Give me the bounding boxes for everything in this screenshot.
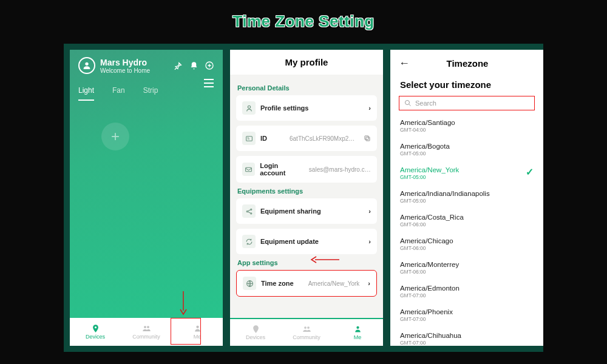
svg-point-13 [250,209,251,210]
timezone-name: America/New_York [400,166,534,174]
nav-me-label: Me [354,334,362,340]
timezone-item[interactable]: America/PhoenixGMT-07:00 [400,303,534,327]
add-device-button[interactable]: + [101,123,129,150]
avatar[interactable] [78,57,95,74]
nav-me[interactable]: Me [332,319,383,346]
timezone-list[interactable]: America/SantiagoGMT-04:00America/BogotaG… [390,114,543,346]
check-icon: ✓ [526,166,534,178]
globe-icon [243,277,256,290]
timezone-name: America/Chihuahua [400,332,534,339]
search-input[interactable]: Search [399,96,535,110]
svg-point-3 [144,326,146,328]
equipment-update-label: Equipment update [260,238,319,245]
welcome-text: Welcome to Home [100,67,173,74]
id-label: ID [260,135,267,142]
section-equipment: Equipments settings [237,187,376,195]
copy-icon[interactable] [364,135,371,142]
menu-icon[interactable] [203,79,214,87]
svg-point-12 [246,211,248,212]
bell-icon[interactable] [189,61,198,70]
nav-devices[interactable]: Devices [70,318,121,346]
profile-title: My profile [230,50,383,75]
screen-timezone: ← Timezone Select your timezone Search A… [390,50,543,346]
refresh-icon [242,235,256,248]
timezone-item[interactable]: America/SantiagoGMT-04:00 [400,114,534,138]
pin-filled-icon [91,324,100,333]
timezone-name: America/Santiago [400,119,534,126]
timezone-item[interactable]: America/BogotaGMT-05:00 [400,138,534,161]
people-icon [302,325,312,334]
screen-home: Mars Hydro Welcome to Home Light Fan Str… [70,50,223,346]
nav-devices[interactable]: Devices [230,319,281,346]
chevron-right-icon: › [368,280,370,287]
timezone-item[interactable]: America/ChihuahuaGMT-07:00 [400,327,534,346]
timezone-label: Time zone [261,280,294,287]
pin-icon[interactable] [173,61,183,70]
device-tabs: Light Fan Strip [70,78,223,101]
tab-fan[interactable]: Fan [112,86,125,101]
person-outline-icon [242,101,256,115]
row-profile-settings[interactable]: Profile settings › [236,95,377,121]
section-personal: Personal Details [237,84,376,92]
tab-strip[interactable]: Strip [143,86,158,101]
nav-community[interactable]: Community [121,318,172,346]
timezone-gmt: GMT-06:00 [400,245,534,251]
svg-point-5 [196,326,198,328]
bottom-nav: Devices Community Me [230,318,383,346]
timezone-gmt: GMT-05:00 [400,174,534,180]
row-equipment-sharing[interactable]: Equipment sharing › [236,198,377,224]
equipment-sharing-label: Equipment sharing [260,207,321,215]
timezone-item[interactable]: America/New_YorkGMT-05:00✓ [400,161,534,185]
id-value: 6atThCsLkFR90Mxp2WbUHT [290,135,356,142]
svg-rect-9 [366,137,370,141]
timezone-gmt: GMT-07:00 [400,340,534,346]
chevron-right-icon: › [368,104,371,112]
svg-rect-10 [365,136,368,140]
mail-icon [242,163,255,176]
nav-community-label: Community [293,334,320,340]
profile-settings-label: Profile settings [260,104,308,112]
row-timezone[interactable]: Time zone America/New_York › [236,270,377,297]
pin-icon [251,325,260,334]
screenshots-container: Mars Hydro Welcome to Home Light Fan Str… [64,44,543,352]
svg-point-0 [85,62,88,66]
chevron-right-icon: › [368,238,371,245]
timezone-item[interactable]: America/ChicagoGMT-06:00 [400,232,534,256]
timezone-name: America/Costa_Rica [400,214,534,221]
nav-community[interactable]: Community [281,319,332,346]
login-label: Login account [260,162,304,177]
add-circle-icon[interactable] [205,61,214,70]
timezone-name: America/Indiana/Indianapolis [400,190,534,197]
row-id: ID 6atThCsLkFR90Mxp2WbUHT [236,126,377,151]
svg-point-7 [248,106,250,108]
search-placeholder: Search [415,99,436,107]
timezone-gmt: GMT-06:00 [400,221,534,228]
share-icon [242,204,256,218]
row-login: Login account sales@mars-hydro.com [236,156,377,183]
svg-point-19 [356,326,359,329]
svg-point-4 [147,326,149,328]
svg-point-17 [304,326,307,329]
nav-me[interactable]: Me [172,318,223,346]
person-icon [354,325,362,334]
brand-name: Mars Hydro [100,58,173,67]
login-value: sales@mars-hydro.com [309,166,371,173]
timezone-item[interactable]: America/Costa_RicaGMT-06:00 [400,209,534,232]
timezone-name: America/Edmonton [400,285,534,292]
svg-point-14 [250,212,251,214]
timezone-item[interactable]: America/Indiana/IndianapolisGMT-05:00 [400,185,534,209]
timezone-gmt: GMT-05:00 [400,150,534,157]
timezone-gmt: GMT-06:00 [400,269,534,275]
page-title: Time Zone Setting [0,0,607,31]
timezone-name: America/Bogota [400,143,534,150]
row-equipment-update[interactable]: Equipment update › [236,229,377,254]
nav-devices-label: Devices [86,334,105,340]
tab-light[interactable]: Light [78,86,94,101]
timezone-item[interactable]: America/MonterreyGMT-06:00 [400,256,534,280]
timezone-item[interactable]: America/EdmontonGMT-07:00 [400,280,534,303]
timezone-subtitle: Select your timezone [390,72,543,96]
timezone-gmt: GMT-05:00 [400,198,534,204]
chevron-right-icon: › [368,207,371,215]
timezone-value: America/New_York [308,280,360,287]
screen-profile: My profile Personal Details Profile sett… [230,50,383,346]
